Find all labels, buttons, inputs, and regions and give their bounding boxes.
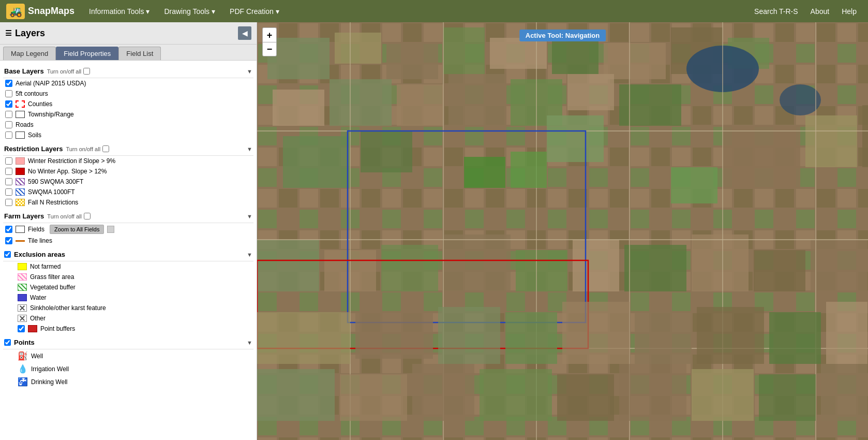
nav-search-trs[interactable]: Search T-R-S bbox=[749, 5, 803, 18]
svg-rect-67 bbox=[480, 369, 552, 421]
svg-rect-9 bbox=[386, 43, 438, 79]
layer-swqma-1000: SWQMA 1000FT bbox=[3, 187, 253, 197]
layer-counties-checkbox[interactable] bbox=[5, 100, 12, 108]
svg-rect-18 bbox=[397, 84, 443, 126]
layer-aerial: Aerial (NAIP 2015 USDA) bbox=[3, 78, 253, 89]
nav-drawing-tools[interactable]: Drawing Tools ▾ bbox=[159, 5, 220, 18]
map-zoom-controls: + − bbox=[262, 27, 277, 56]
svg-rect-34 bbox=[443, 234, 511, 291]
svg-rect-38 bbox=[692, 234, 749, 291]
svg-rect-35 bbox=[516, 250, 567, 291]
layer-point-buffers-checkbox[interactable] bbox=[18, 325, 25, 332]
sidebar-collapse-button[interactable]: ◀ bbox=[238, 26, 251, 40]
zoom-in-button[interactable]: + bbox=[262, 27, 277, 42]
layer-aerial-label: Aerial (NAIP 2015 USDA) bbox=[16, 80, 86, 87]
water-swatch bbox=[18, 294, 27, 301]
winter-slope9-swatch bbox=[16, 157, 25, 165]
section-points[interactable]: Points ▼ bbox=[3, 336, 253, 349]
layer-no-winter-slope12: No Winter App. Slope > 12% bbox=[3, 166, 253, 177]
layer-winter-slope9: Winter Restriction if Slope > 9% bbox=[3, 156, 253, 166]
layer-vegetated-buffer: Vegetated buffer bbox=[3, 282, 253, 292]
tab-field-list[interactable]: Field List bbox=[118, 47, 161, 60]
zoom-to-all-fields-button[interactable]: Zoom to All Fields bbox=[50, 225, 104, 234]
layer-other-label: Other bbox=[30, 315, 46, 322]
section-restriction-layers[interactable]: Restriction Layers Turn on/off all ▼ bbox=[3, 142, 253, 156]
layer-swqma-300: 590 SWQMA 300FT bbox=[3, 177, 253, 187]
base-layers-collapse-icon[interactable]: ▼ bbox=[247, 68, 252, 75]
farm-layers-label: Farm Layers bbox=[4, 212, 44, 220]
layer-water: Water bbox=[3, 292, 253, 303]
exclusion-areas-checkbox[interactable] bbox=[4, 251, 11, 258]
zoom-out-button[interactable]: − bbox=[262, 42, 277, 56]
vegetated-buffer-swatch bbox=[18, 284, 27, 291]
section-exclusion-areas[interactable]: Exclusion areas ▼ bbox=[3, 248, 253, 261]
layer-roads-checkbox[interactable] bbox=[5, 121, 12, 128]
layer-drinking-well: 🚰 Drinking Well bbox=[3, 375, 253, 388]
svg-rect-30 bbox=[862, 105, 868, 167]
layer-contours-label: 5ft contours bbox=[16, 90, 48, 97]
layer-swqma-300-checkbox[interactable] bbox=[5, 178, 12, 185]
layer-tile-lines-label: Tile lines bbox=[28, 237, 52, 244]
section-base-layers[interactable]: Base Layers Turn on/off all ▼ bbox=[3, 65, 253, 78]
layer-point-buffers-label: Point buffers bbox=[40, 325, 75, 332]
map-area[interactable]: + − Active Tool: Navigation bbox=[257, 22, 868, 440]
svg-rect-59 bbox=[562, 302, 630, 364]
farm-layers-collapse-icon[interactable]: ▼ bbox=[247, 213, 252, 219]
layer-contours-checkbox[interactable] bbox=[5, 90, 12, 97]
layer-township-checkbox[interactable] bbox=[5, 111, 12, 118]
fall-n-swatch bbox=[16, 199, 25, 206]
section-farm-layers[interactable]: Farm Layers Turn on/off all ▼ bbox=[3, 210, 253, 223]
restriction-layers-collapse-icon[interactable]: ▼ bbox=[247, 146, 252, 152]
tab-map-legend[interactable]: Map Legend bbox=[3, 47, 56, 60]
nav-information-tools[interactable]: Information Tools ▾ bbox=[84, 5, 155, 18]
svg-rect-66 bbox=[412, 364, 474, 421]
svg-rect-17 bbox=[330, 79, 392, 126]
brand-logo[interactable]: 🚜 SnapMaps bbox=[6, 4, 74, 19]
layer-fall-n-checkbox[interactable] bbox=[5, 199, 12, 206]
layer-grass-filter: Grass filter area bbox=[3, 272, 253, 282]
restriction-layers-toggle-all[interactable] bbox=[102, 145, 109, 152]
well-icon: ⛽ bbox=[18, 351, 28, 361]
svg-rect-19 bbox=[448, 74, 505, 126]
points-label: Points bbox=[14, 339, 35, 346]
nav-help[interactable]: Help bbox=[836, 5, 862, 18]
layer-roads: Roads bbox=[3, 120, 253, 130]
layer-swqma-1000-checkbox[interactable] bbox=[5, 188, 12, 196]
nav-about[interactable]: About bbox=[805, 5, 835, 18]
points-checkbox[interactable] bbox=[4, 339, 11, 346]
svg-point-27 bbox=[780, 84, 821, 115]
layer-fields-checkbox[interactable] bbox=[5, 226, 12, 233]
svg-rect-50 bbox=[464, 157, 505, 188]
points-collapse-icon[interactable]: ▼ bbox=[247, 340, 252, 346]
tab-field-properties[interactable]: Field Properties bbox=[56, 47, 118, 60]
layer-no-winter-slope12-checkbox[interactable] bbox=[5, 168, 12, 175]
nav-right-items: Search T-R-S About Help bbox=[749, 5, 862, 18]
layer-no-winter-slope12-label: No Winter App. Slope > 12% bbox=[28, 168, 107, 175]
township-swatch bbox=[16, 111, 25, 118]
brand-name: SnapMaps bbox=[28, 6, 74, 17]
svg-rect-40 bbox=[811, 240, 867, 291]
nav-pdf-creation[interactable]: PDF Creation ▾ bbox=[225, 5, 285, 18]
svg-rect-52 bbox=[671, 167, 717, 203]
svg-rect-60 bbox=[635, 312, 692, 364]
svg-rect-61 bbox=[697, 307, 764, 364]
base-layers-toggle-all[interactable] bbox=[83, 68, 90, 75]
fields-toggle-icon bbox=[107, 226, 114, 233]
exclusion-areas-collapse-icon[interactable]: ▼ bbox=[247, 252, 252, 258]
svg-rect-55 bbox=[257, 312, 350, 364]
layer-winter-slope9-checkbox[interactable] bbox=[5, 157, 12, 165]
active-tool-badge: Active Tool: Navigation bbox=[519, 30, 606, 41]
layer-swqma-300-label: 590 SWQMA 300FT bbox=[28, 178, 83, 185]
restriction-layers-label: Restriction Layers bbox=[4, 145, 63, 153]
layer-soils-checkbox[interactable] bbox=[5, 131, 12, 139]
farm-layers-toggle-all[interactable] bbox=[84, 213, 91, 219]
layer-not-farmed-label: Not farmed bbox=[30, 263, 61, 270]
layer-township: Township/Range bbox=[3, 109, 253, 120]
map-background bbox=[257, 22, 868, 440]
fields-swatch bbox=[16, 226, 25, 233]
svg-rect-37 bbox=[624, 245, 686, 291]
svg-rect-13 bbox=[604, 43, 666, 79]
layer-aerial-checkbox[interactable] bbox=[5, 80, 12, 87]
layer-tile-lines-checkbox[interactable] bbox=[5, 237, 12, 244]
svg-rect-21 bbox=[567, 74, 614, 110]
